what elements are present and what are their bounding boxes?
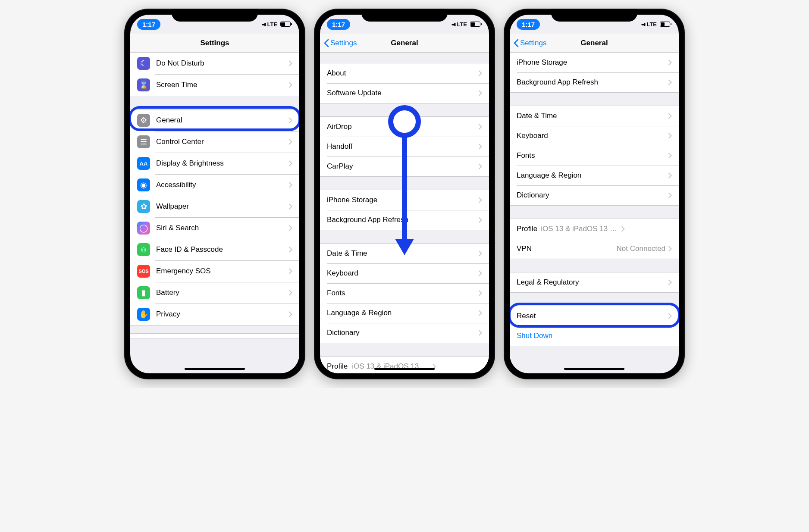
page-title: General (580, 39, 608, 47)
status-time-pill[interactable]: 1:17 (517, 19, 540, 30)
row-faceid[interactable]: ☺ Face ID & Passcode (130, 239, 299, 260)
chevron-right-icon (478, 144, 482, 150)
textsize-icon: AA (137, 157, 150, 170)
flower-icon: ✿ (137, 200, 150, 213)
row-keyboard[interactable]: Keyboard (510, 126, 679, 146)
chevron-right-icon (478, 90, 482, 96)
carrier-label: LTE (267, 21, 277, 28)
home-indicator[interactable] (374, 368, 435, 370)
row-privacy[interactable]: ✋ Privacy (130, 304, 299, 325)
row-do-not-disturb[interactable]: ☾ Do Not Disturb (130, 53, 299, 74)
back-label: Settings (520, 39, 546, 47)
row-profile[interactable]: Profile iOS 13 & iPadOS 13 Beta Softwar.… (510, 219, 679, 239)
battery-icon (470, 22, 480, 27)
row-label: Date & Time (517, 112, 668, 120)
row-screen-time[interactable]: ⌛ Screen Time (130, 74, 299, 96)
phone-frame-2: 1:17 ••ıı LTE Settings General (314, 9, 495, 379)
chevron-right-icon (478, 250, 482, 257)
row-wallpaper[interactable]: ✿ Wallpaper (130, 196, 299, 217)
row-fonts[interactable]: Fonts (510, 146, 679, 166)
nav-bar: Settings General (510, 34, 679, 53)
row-battery[interactable]: ▮ Battery (130, 282, 299, 304)
row-software-update[interactable]: Software Update (320, 83, 489, 103)
status-time-pill[interactable]: 1:17 (137, 19, 160, 30)
page-title: Settings (200, 39, 229, 47)
row-general[interactable]: ⚙ General (130, 110, 299, 131)
hand-icon: ✋ (137, 308, 150, 321)
chevron-right-icon (478, 124, 482, 130)
chevron-right-icon (288, 182, 292, 188)
nav-bar: Settings General (320, 34, 489, 53)
row-fonts[interactable]: Fonts (320, 283, 489, 303)
row-carplay[interactable]: CarPlay (320, 156, 489, 176)
row-label: Display & Brightness (156, 159, 288, 168)
chevron-right-icon (288, 82, 292, 88)
row-background-app-refresh[interactable]: Background App Refresh (320, 210, 489, 230)
chevron-right-icon (288, 60, 292, 66)
row-label: Language & Region (517, 171, 668, 180)
chevron-right-icon (288, 268, 292, 274)
row-label: Handoff (327, 142, 478, 151)
back-button[interactable]: Settings (513, 39, 546, 47)
chevron-right-icon (288, 225, 292, 231)
row-label: Control Center (156, 138, 288, 146)
row-label: Keyboard (517, 131, 668, 140)
chevron-right-icon (668, 59, 672, 66)
home-indicator[interactable] (185, 368, 245, 370)
row-airdrop[interactable]: AirDrop (320, 117, 489, 137)
row-language-region[interactable]: Language & Region (510, 166, 679, 185)
row-label: VPN (517, 244, 617, 253)
row-iphone-storage[interactable]: iPhone Storage (320, 190, 489, 210)
row-display-brightness[interactable]: AA Display & Brightness (130, 153, 299, 174)
phone-frame-3: 1:17 ••ıı LTE Settings General iPhone St… (504, 9, 685, 379)
row-keyboard[interactable]: Keyboard (320, 263, 489, 283)
battery-icon: ▮ (137, 286, 150, 299)
chevron-right-icon (288, 160, 292, 166)
row-legal-regulatory[interactable]: Legal & Regulatory (510, 272, 679, 292)
row-date-time[interactable]: Date & Time (320, 244, 489, 263)
row-label: Emergency SOS (156, 267, 288, 275)
chevron-right-icon (478, 290, 482, 296)
row-about[interactable]: About (320, 63, 489, 83)
row-shut-down[interactable]: Shut Down (510, 326, 679, 346)
signal-icon: ••ıı (452, 21, 455, 28)
row-siri-search[interactable]: ◯ Siri & Search (130, 217, 299, 239)
chevron-right-icon (478, 330, 482, 336)
row-detail: iOS 13 & iPadOS 13 Beta Softwar... (541, 225, 618, 233)
row-accessibility[interactable]: ◉ Accessibility (130, 174, 299, 196)
row-vpn[interactable]: VPN Not Connected (510, 239, 679, 259)
row-handoff[interactable]: Handoff (320, 137, 489, 156)
chevron-right-icon (288, 139, 292, 145)
chevron-right-icon (288, 290, 292, 296)
carrier-label: LTE (646, 21, 657, 28)
nav-bar: Settings (130, 34, 299, 53)
battery-icon (660, 22, 670, 27)
home-indicator[interactable] (564, 368, 624, 370)
chevron-right-icon (668, 79, 672, 85)
carrier-label: LTE (457, 21, 467, 28)
page-title: General (391, 39, 418, 47)
chevron-right-icon (478, 270, 482, 276)
row-label: Screen Time (156, 81, 288, 89)
row-date-time[interactable]: Date & Time (510, 106, 679, 126)
row-language-region[interactable]: Language & Region (320, 303, 489, 323)
chevron-right-icon (668, 172, 672, 178)
row-dictionary[interactable]: Dictionary (320, 323, 489, 343)
chevron-right-icon (288, 247, 292, 253)
chevron-right-icon (621, 226, 625, 232)
row-iphone-storage[interactable]: iPhone Storage (510, 53, 679, 72)
chevron-right-icon (668, 192, 672, 198)
status-time-pill[interactable]: 1:17 (327, 19, 350, 30)
back-button[interactable]: Settings (323, 39, 357, 47)
row-label: Date & Time (327, 249, 478, 258)
row-profile[interactable]: Profile iOS 13 & iPadOS 13 Beta Softwar.… (320, 357, 489, 373)
row-background-app-refresh[interactable]: Background App Refresh (510, 72, 679, 92)
row-label: Software Update (327, 89, 478, 97)
row-reset[interactable]: Reset (510, 306, 679, 326)
row-label: Background App Refresh (517, 78, 668, 87)
row-label: CarPlay (327, 162, 478, 171)
row-emergency-sos[interactable]: SOS Emergency SOS (130, 260, 299, 282)
row-dictionary[interactable]: Dictionary (510, 185, 679, 205)
hourglass-icon: ⌛ (137, 78, 150, 91)
row-control-center[interactable]: ☰ Control Center (130, 131, 299, 153)
